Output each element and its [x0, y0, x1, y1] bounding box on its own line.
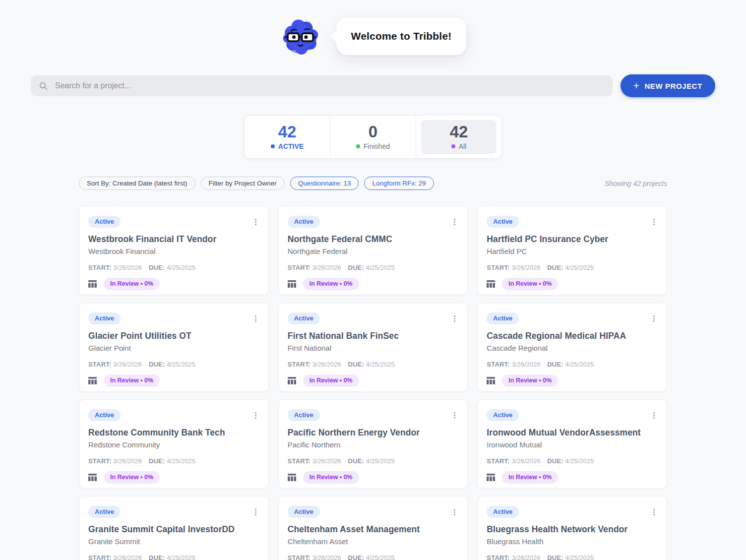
stats-wrap: 42 ACTIVE 0 Finished 42 All	[0, 115, 746, 159]
review-status-pill: In Review • 0%	[502, 278, 558, 290]
project-title: Hartfield PC Insurance Cyber	[487, 234, 658, 245]
start-date: 3/26/2026	[312, 361, 341, 368]
start-date: 3/26/2026	[511, 554, 540, 560]
kebab-menu-icon[interactable]	[451, 217, 458, 227]
stat-active-value: 42	[278, 124, 297, 141]
kebab-menu-icon[interactable]	[252, 313, 259, 324]
kebab-menu-icon[interactable]	[451, 410, 458, 421]
kebab-menu-icon[interactable]	[451, 507, 458, 517]
search-box[interactable]	[31, 75, 613, 96]
status-badge: Active	[88, 506, 121, 518]
review-status-pill: In Review • 0%	[104, 471, 160, 484]
kebab-menu-icon[interactable]	[650, 313, 658, 324]
project-title: Ironwood Mutual VendorAssessment	[487, 428, 658, 438]
project-subtitle: Hartfield PC	[487, 247, 658, 255]
kebab-menu-icon[interactable]	[451, 313, 458, 324]
start-date: 3/26/2026	[511, 264, 540, 271]
start-label: START:	[288, 361, 311, 368]
project-dates: START: 3/26/2026 DUE: 4/25/2025	[487, 361, 658, 368]
project-dates: START: 3/26/2026 DUE: 4/25/2025	[487, 264, 658, 271]
project-title: Redstone Community Bank Tech	[88, 428, 259, 438]
kebab-menu-icon[interactable]	[252, 217, 259, 227]
questionnaire-table-icon	[288, 377, 296, 384]
card-top-row: Active	[288, 312, 459, 324]
card-top-row: Active	[487, 312, 658, 324]
plus-icon: +	[633, 81, 639, 91]
project-title: Bluegrass Health Network Vendor	[487, 524, 658, 535]
project-dates: START: 3/26/2026 DUE: 4/25/2025	[288, 361, 459, 368]
showing-projects-count: Showing 42 projects	[605, 180, 667, 187]
kebab-menu-icon[interactable]	[252, 410, 259, 421]
stat-all[interactable]: 42 All	[421, 120, 497, 154]
project-subtitle: Glacier Point	[88, 344, 259, 352]
project-card[interactable]: Active Redstone Community Bank Tech Reds…	[79, 399, 269, 489]
start-date: 3/26/2026	[113, 264, 142, 271]
due-date: 4/25/2025	[167, 554, 195, 560]
questionnaire-count-chip[interactable]: Questionnaire: 13	[290, 177, 359, 190]
project-card[interactable]: Active Hartfield PC Insurance Cyber Hart…	[477, 206, 667, 295]
project-card[interactable]: Active Cheltenham Asset Management Chelt…	[278, 496, 468, 560]
project-dates: START: 3/26/2026 DUE: 4/25/2025	[288, 554, 459, 560]
project-subtitle: First National	[288, 344, 459, 352]
project-title: Glacier Point Utilities OT	[88, 331, 259, 341]
project-dates: START: 3/26/2026 DUE: 4/25/2025	[88, 554, 259, 560]
search-input[interactable]	[55, 81, 605, 90]
due-label: DUE:	[149, 264, 165, 271]
due-label: DUE:	[348, 457, 365, 465]
review-status-pill: In Review • 0%	[104, 374, 160, 387]
kebab-menu-icon[interactable]	[650, 410, 658, 421]
project-subtitle: Cascade Regional	[487, 344, 658, 352]
project-card[interactable]: Active Pacific Northern Energy Vendor Pa…	[278, 399, 468, 489]
stat-all-value: 42	[450, 124, 468, 141]
project-card[interactable]: Active Northgate Federal CMMC Northgate …	[278, 206, 468, 295]
new-project-button[interactable]: + NEW PROJECT	[621, 74, 715, 97]
kebab-menu-icon[interactable]	[650, 217, 658, 227]
due-label: DUE:	[149, 457, 165, 465]
project-dates: START: 3/26/2026 DUE: 4/25/2025	[487, 457, 658, 465]
card-top-row: Active	[487, 506, 658, 518]
due-label: DUE:	[547, 457, 563, 465]
project-subtitle: Redstone Community	[88, 440, 259, 449]
status-badge: Active	[88, 216, 121, 228]
start-date: 3/26/2026	[511, 361, 540, 368]
review-status-pill: In Review • 0%	[104, 278, 160, 290]
longform-rfx-count-chip[interactable]: Longform RFx: 29	[364, 177, 434, 190]
active-dot-icon	[271, 144, 275, 148]
tribble-mascot-icon	[280, 14, 321, 59]
status-badge: Active	[487, 216, 519, 228]
start-label: START:	[288, 457, 311, 465]
new-project-label: NEW PROJECT	[644, 82, 702, 90]
project-card[interactable]: Active Granite Summit Capital InvestorDD…	[79, 496, 269, 560]
project-card[interactable]: Active Bluegrass Health Network Vendor B…	[477, 496, 667, 560]
project-subtitle: Westbrook Financial	[88, 247, 259, 255]
project-subtitle: Bluegrass Health	[487, 537, 658, 546]
due-label: DUE:	[547, 554, 563, 560]
questionnaire-table-icon	[88, 280, 97, 288]
stat-active[interactable]: 42 ACTIVE	[249, 120, 325, 154]
project-dates: START: 3/26/2026 DUE: 4/25/2025	[288, 264, 459, 271]
due-label: DUE:	[348, 554, 365, 560]
start-label: START:	[88, 457, 111, 465]
project-card[interactable]: Active Ironwood Mutual VendorAssessment …	[477, 399, 667, 489]
stat-finished[interactable]: 0 Finished	[335, 120, 411, 154]
kebab-menu-icon[interactable]	[252, 507, 259, 517]
questionnaire-table-icon	[288, 474, 296, 481]
start-date: 3/26/2026	[312, 554, 341, 560]
start-label: START:	[288, 264, 311, 271]
due-date: 4/25/2025	[565, 361, 594, 368]
project-title: Northgate Federal CMMC	[288, 234, 459, 245]
project-subtitle: Northgate Federal	[288, 247, 459, 255]
filter-owner-chip[interactable]: Filter by Project Owner	[201, 177, 285, 190]
project-card[interactable]: Active First National Bank FinSec First …	[278, 303, 468, 392]
sort-by-chip[interactable]: Sort By: Created Date (latest first)	[79, 177, 195, 190]
project-card[interactable]: Active Glacier Point Utilities OT Glacie…	[79, 303, 269, 392]
start-label: START:	[88, 264, 111, 271]
project-title: Cascade Regional Medical HIPAA	[487, 331, 658, 341]
project-card[interactable]: Active Westbrook Financial IT Vendor Wes…	[79, 206, 269, 295]
kebab-menu-icon[interactable]	[650, 507, 658, 517]
card-footer: In Review • 0%	[288, 374, 459, 387]
stat-divider	[416, 116, 416, 158]
project-card[interactable]: Active Cascade Regional Medical HIPAA Ca…	[477, 303, 667, 392]
due-date: 4/25/2025	[167, 457, 195, 465]
finished-dot-icon	[356, 144, 360, 148]
